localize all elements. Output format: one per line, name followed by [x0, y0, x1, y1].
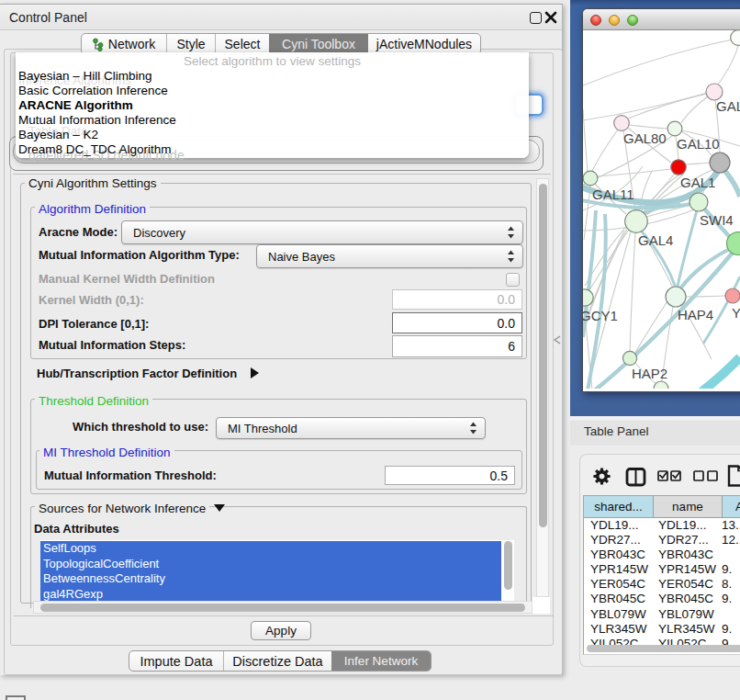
svg-text:HAP4: HAP4	[678, 307, 713, 322]
svg-text:GAL4: GAL4	[638, 232, 673, 248]
svg-text:GCY1: GCY1	[583, 308, 618, 323]
svg-text:GAL80: GAL80	[623, 130, 667, 146]
svg-text:GAL7: GAL7	[716, 98, 740, 114]
svg-text:GAL11: GAL11	[592, 186, 634, 202]
svg-text:GAL10: GAL10	[677, 136, 720, 152]
svg-text:GAL1: GAL1	[680, 175, 715, 190]
svg-text:Y: Y	[732, 305, 740, 321]
svg-text:SWI4: SWI4	[700, 212, 734, 228]
svg-text:HAP2: HAP2	[632, 366, 667, 381]
